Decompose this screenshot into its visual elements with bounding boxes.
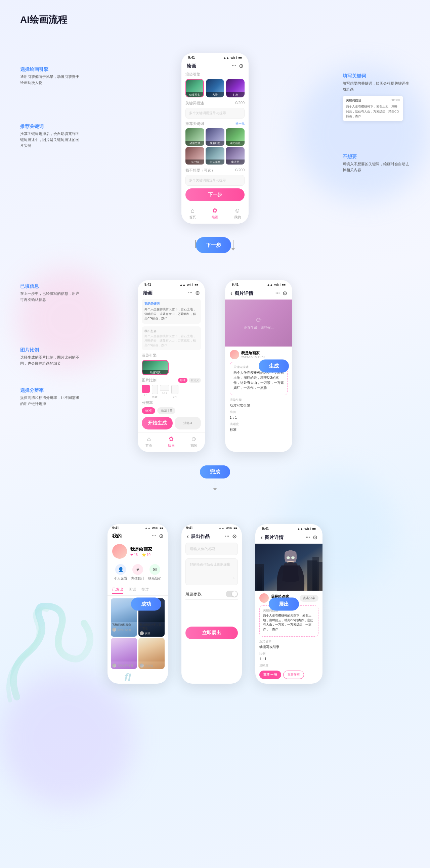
suggest-refresh[interactable]: 换一批 bbox=[236, 122, 245, 126]
res-standard[interactable]: 标准 bbox=[142, 407, 155, 414]
mini-avatar-2 bbox=[112, 663, 116, 668]
page-title: AI绘画流程 bbox=[0, 0, 430, 33]
nav-draw-2[interactable]: ✿ 绘画 bbox=[168, 435, 175, 448]
ratio-9-16[interactable]: 9:16 bbox=[152, 385, 158, 398]
complete-btn[interactable]: 完成 bbox=[200, 465, 230, 478]
back-icon-3[interactable]: ‹ bbox=[231, 290, 233, 297]
keyword-desc-input[interactable]: 多个关键词用逗号与提示 bbox=[185, 108, 245, 119]
annotation-fill: 填写关键词 填写想要的关键词，绘画会根据关键词生成绘画 关键词描述 30/300… bbox=[343, 73, 410, 121]
engine-card-3[interactable]: 幻想 bbox=[226, 79, 245, 97]
redraw-btn[interactable]: 重新作画 bbox=[283, 671, 304, 679]
mine-icon-2: ☺ bbox=[190, 435, 196, 442]
phone-screen-1: 9:41 ▲▲ WiFi ■■ 绘画 ··· ⊙ 渲染引擎 bbox=[181, 53, 249, 224]
home-icon-2: ⌂ bbox=[147, 435, 151, 442]
draw-icon-2: ✿ bbox=[168, 435, 174, 442]
keyword-item-5[interactable]: 魔法书 bbox=[226, 147, 245, 164]
keyword-item-0[interactable]: 动漫之城 bbox=[185, 128, 204, 146]
title-input[interactable]: 请输入你的标题 bbox=[185, 542, 238, 555]
tab-liked[interactable]: 赞过 bbox=[142, 587, 149, 594]
annotation-negative: 不想要 可填入不想要的关键词，绘画时会自动去掉相关内容 bbox=[343, 154, 410, 173]
quick-action-contact[interactable]: ✉ 联系我们 bbox=[148, 564, 161, 581]
ratio-custom-tab[interactable]: 自定义 bbox=[189, 378, 201, 383]
detail-art-image bbox=[255, 544, 322, 591]
next-step-btn-1[interactable]: 下一步 bbox=[185, 188, 245, 201]
draw-icon: ✿ bbox=[212, 207, 217, 214]
engine-card-2[interactable]: 风景 bbox=[206, 79, 224, 97]
desc-textarea[interactable]: 好的绘画作品会让更多连接 bbox=[185, 558, 238, 585]
exhibit-toggle[interactable] bbox=[226, 591, 238, 597]
phone-screen-2: 9:41 ▲▲ WiFi ■■ 绘画 ··· ⊙ 我的关键词 两个人坐在樱桃树天 bbox=[138, 280, 205, 452]
home-icon: ⌂ bbox=[191, 207, 194, 214]
svg-rect-5 bbox=[317, 562, 322, 591]
annotation-engine: 选择绘画引擎 通用引擎偏向于风景，动漫引擎善于绘画动漫人物 bbox=[20, 66, 81, 86]
engine-card-2-1[interactable]: 动漫写实 bbox=[142, 360, 168, 375]
profile-icon: 👤 bbox=[115, 564, 126, 575]
keyword-item-2[interactable]: 湖光山色 bbox=[226, 128, 245, 146]
heart-icon: ♥ bbox=[132, 564, 143, 575]
nav-home-1[interactable]: ⌂ 首页 bbox=[189, 207, 196, 220]
res-hd[interactable]: 高清 | 0 bbox=[157, 407, 175, 414]
exhibit-btn[interactable]: 展出 bbox=[269, 597, 299, 611]
ratio-16-9[interactable]: 16:9 bbox=[160, 385, 169, 398]
keyword-item-1[interactable]: 像素幻想 bbox=[206, 128, 224, 146]
ratio-standard-tab[interactable]: 标准 bbox=[178, 378, 187, 383]
keyword-item-4[interactable]: 街头美女 bbox=[206, 147, 224, 164]
hd-btn[interactable]: 高清 一 张 bbox=[259, 671, 281, 679]
ratio-1-1[interactable]: 1:1 bbox=[142, 385, 150, 398]
keyword-item-3[interactable]: 宝小镇 bbox=[185, 147, 204, 164]
gen-image: ⟳ 正在生成，请稍候... bbox=[225, 300, 292, 346]
tab-posted[interactable]: 已发出 bbox=[112, 587, 123, 594]
share-btn[interactable]: 点击分享 bbox=[300, 595, 318, 602]
nav-mine-2[interactable]: ☺ 我的 bbox=[190, 435, 197, 448]
tab-draw[interactable]: 画派 bbox=[129, 587, 136, 594]
draft-btn[interactable]: 消耗/4 bbox=[175, 417, 201, 430]
quick-action-recharge[interactable]: ♥ 充值数计 bbox=[131, 564, 145, 581]
annotation-keyword: 推荐关键词 推荐关键词选择后，会自动填充到关键词描述中，图片是关键词描述的图片实… bbox=[20, 124, 81, 149]
nav-mine-1[interactable]: ☺ 我的 bbox=[234, 207, 241, 220]
mini-avatar-3 bbox=[140, 663, 144, 668]
start-gen-btn[interactable]: 开始生成 bbox=[142, 417, 173, 430]
mine-icon: ☺ bbox=[234, 207, 240, 214]
success-btn[interactable]: 成功 bbox=[131, 597, 161, 611]
engine-card-1[interactable]: 动漫写实 bbox=[185, 79, 204, 97]
quick-action-profile[interactable]: 👤 个人设置 bbox=[114, 564, 127, 581]
svg-point-7 bbox=[286, 556, 290, 559]
my-page-header: 我的 ··· ⊙ bbox=[108, 531, 168, 541]
phone-screen-5: 9:41 ▲▲ WiFi ■■ ‹ 展出作品 ··· ⊙ 请输入你的标题 bbox=[181, 524, 242, 684]
nav-home-2[interactable]: ⌂ 首页 bbox=[146, 435, 152, 448]
mini-avatar-1 bbox=[140, 631, 144, 635]
exhibit-submit-btn[interactable]: 立即展出 bbox=[185, 627, 238, 639]
user-avatar-3 bbox=[230, 350, 239, 359]
mail-icon: ✉ bbox=[150, 564, 160, 575]
profile-avatar bbox=[112, 544, 127, 559]
generate-btn[interactable]: 生成 bbox=[259, 360, 289, 373]
back-icon-6[interactable]: ‹ bbox=[261, 534, 263, 541]
gallery-item-3[interactable]: 未央城 bbox=[139, 638, 164, 669]
mini-avatar-0 bbox=[112, 627, 116, 631]
ratio-3-4[interactable]: 3:4 bbox=[171, 385, 178, 398]
step-1-btn[interactable]: 下一步 bbox=[196, 237, 231, 253]
user-avatar-6 bbox=[259, 593, 269, 603]
nav-draw-1[interactable]: ✿ 绘画 bbox=[212, 207, 218, 220]
gallery-item-2[interactable]: 我的漂亮小哥 bbox=[111, 638, 137, 669]
negative-input[interactable]: 多个关键词用逗号与提示 bbox=[185, 175, 245, 186]
svg-point-8 bbox=[291, 556, 295, 559]
back-icon-5[interactable]: ‹ bbox=[187, 533, 189, 540]
svg-rect-2 bbox=[257, 567, 262, 591]
